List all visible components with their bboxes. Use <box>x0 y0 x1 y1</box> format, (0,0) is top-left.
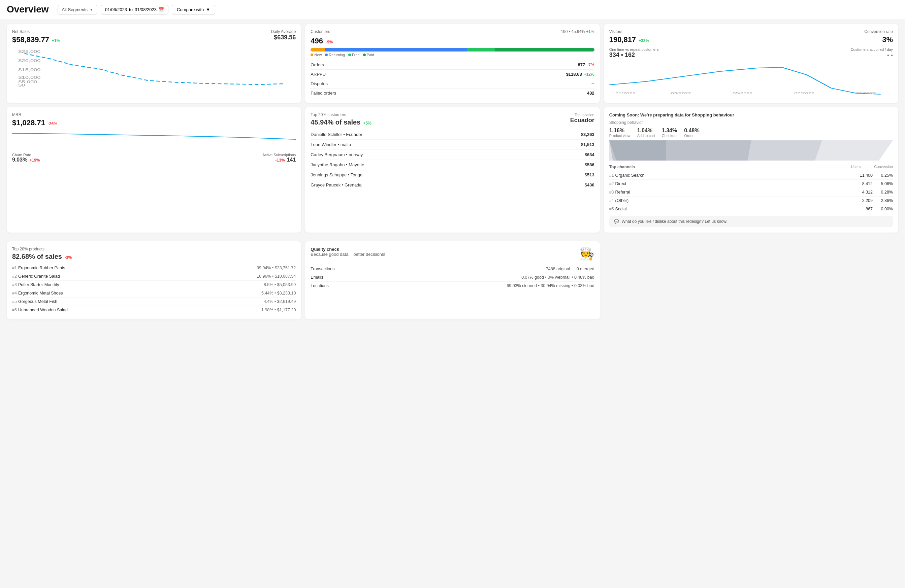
churn-value: 9.03% <box>12 157 27 163</box>
top-products-badge: -3% <box>65 255 72 260</box>
channel-item: #1Organic Search 11,400 0.25% <box>609 171 893 180</box>
top-customers-badge: +5% <box>363 121 371 125</box>
customer-item: Jacynthe Rogahn • Mayotte $586 <box>311 160 594 170</box>
quality-check-card: Quality check Because good data = better… <box>305 241 600 319</box>
segments-dropdown[interactable]: All Segments ▼ <box>57 5 98 14</box>
customers-acquired-value: - - <box>851 51 893 59</box>
arppu-badge: +12% <box>584 72 594 77</box>
svg-text:05/2022: 05/2022 <box>732 92 753 95</box>
locations-value: 69.03% cleaned • 30.94% missing • 0.03% … <box>506 284 594 288</box>
date-range-picker[interactable]: 01/06/2023 to 31/08/2023 📅 <box>101 5 168 14</box>
orders-value: 877 <box>578 62 585 67</box>
active-subs-label: Active Subscriptions <box>262 153 296 157</box>
svg-text:07/2022: 07/2022 <box>794 92 814 95</box>
page-title: Overview <box>7 4 49 15</box>
top-products-label: Top 20% products <box>12 247 296 251</box>
disputes-value: -- <box>591 81 594 86</box>
calendar-icon: 📅 <box>159 7 164 12</box>
mrr-card: MRR $1,028.71 -26% Churn Rate 9.03% +19% <box>7 107 301 233</box>
chevron-down-icon: ▼ <box>206 7 210 12</box>
product-view-pct: 1.16% <box>609 128 630 134</box>
svg-marker-18 <box>609 140 666 160</box>
orders-label: Orders <box>311 62 324 67</box>
top-location-label: Top location <box>570 113 594 117</box>
add-to-cart-pct: 1.04% <box>637 128 655 134</box>
product-item: #2Generic Granite Salad 16.96% • $10,087… <box>12 272 296 281</box>
customers-label: Customers <box>311 29 330 34</box>
order-label: Order <box>684 134 699 138</box>
mrr-badge: -26% <box>48 122 57 126</box>
failed-orders-label: Failed orders <box>311 90 336 95</box>
transactions-label: Transactions <box>311 266 335 271</box>
page-header: Overview All Segments ▼ 01/06/2023 to 31… <box>0 0 905 19</box>
mrr-chart <box>12 130 296 150</box>
funnel-chart <box>609 140 893 160</box>
product-item: #3Putler Starter-Monthly 8.5% • $5,053.9… <box>12 281 296 289</box>
daily-avg-label: Daily Average <box>271 29 296 34</box>
active-subs-value: 141 <box>287 157 296 163</box>
chevron-down-icon: ▼ <box>90 8 93 11</box>
visitors-chart: 01/2022 03/2022 05/2022 07/2022 09/2022 <box>609 61 893 95</box>
churn-label: Churn Rate <box>12 153 40 157</box>
chat-icon: 💬 <box>614 219 619 224</box>
visitors-value: 190,817 <box>609 35 636 44</box>
top-customers-value: 45.94% of sales <box>311 119 360 126</box>
mrr-label: MRR <box>12 113 57 117</box>
failed-orders-value: 432 <box>587 90 594 95</box>
checkout-label: Checkout <box>662 134 677 138</box>
compare-button[interactable]: Compare with ▼ <box>172 5 215 14</box>
customer-item: Danielle Schiller • Ecuador $3,263 <box>311 130 594 139</box>
svg-text:$25,000: $25,000 <box>18 50 40 54</box>
svg-text:01/2022: 01/2022 <box>615 92 635 95</box>
emails-label: Emails <box>311 275 323 280</box>
daily-avg-value: $639.56 <box>271 34 296 41</box>
product-item: #4Ergonomic Metal Shoes 5.44% • $3,233.1… <box>12 289 296 298</box>
top-location-value: Ecuador <box>570 117 594 124</box>
coming-soon-title: Coming Soon: We're preparing data for Sh… <box>609 113 893 117</box>
channels-label: Top channels <box>609 165 635 169</box>
quality-label: Quality check <box>311 247 385 252</box>
checkout-pct: 1.34% <box>662 128 677 134</box>
channels-header: Top channels Users Conversion <box>609 165 893 169</box>
conversion-label: Conversion rate <box>864 29 893 34</box>
customers-badge: -9% <box>326 40 333 44</box>
arppu-label: ARPPU <box>311 72 326 77</box>
channel-item: #5Social 867 0.00% <box>609 205 893 213</box>
product-view-label: Product view <box>609 134 630 138</box>
customers-top-badge: +1% <box>586 29 594 34</box>
churn-badge: +19% <box>29 158 40 163</box>
orders-badge: -7% <box>587 63 594 67</box>
product-item: #5Gorgeous Metal Fish 4.4% • $2,619.49 <box>12 298 296 306</box>
customers-card: Customers 190 • 45.94% +1% 496 -9% New R… <box>305 24 600 103</box>
mrr-value: $1,028.71 <box>12 119 45 127</box>
transactions-value: 7488 original → 0 merged <box>546 266 594 271</box>
channel-item: #3Referral 4,312 0.28% <box>609 188 893 197</box>
add-to-cart-label: Add to cart <box>637 134 655 138</box>
feedback-text: What do you like / dislike about this re… <box>622 219 727 224</box>
disputes-label: Disputes <box>311 81 328 86</box>
channel-item: #4(Other) 2,209 2.86% <box>609 197 893 205</box>
customer-item: Grayce Paucek • Grenada $430 <box>311 180 594 190</box>
customer-item: Leon Windler • malta $1,513 <box>311 139 594 150</box>
net-sales-badge: +1% <box>52 38 60 43</box>
net-sales-card: Net Sales $58,839.77 +1% Daily Average $… <box>7 24 301 103</box>
top-customers-card: Top 20% customers 45.94% of sales +5% To… <box>305 107 600 233</box>
visitors-badge: +32% <box>638 38 649 43</box>
active-subs-badge: -13% <box>276 158 285 163</box>
visitors-label: Visitors <box>609 29 649 34</box>
customers-value: 496 <box>311 37 323 46</box>
arppu-value: $118.63 <box>566 72 582 77</box>
svg-text:$20,000: $20,000 <box>18 59 40 63</box>
quality-emails: Emails 0.07% good • 0% webmail • 0.48% b… <box>311 273 594 282</box>
customers-acquired-label: Customers acquired / day <box>851 48 893 51</box>
top-products-value: 82.68% of sales <box>12 253 62 260</box>
feedback-bar[interactable]: 💬 What do you like / dislike about this … <box>609 216 893 227</box>
conversion-value: 3% <box>864 35 893 44</box>
one-time-label: One time vs repeat customers <box>609 48 659 51</box>
top-customers-label: Top 20% customers <box>311 113 371 117</box>
net-sales-value: $58,839.77 <box>12 35 49 44</box>
visitors-card: Visitors 190,817 +32% Conversion rate 3%… <box>604 24 898 103</box>
customer-item: Carley Bergnaum • norway $634 <box>311 150 594 160</box>
emails-value: 0.07% good • 0% webmail • 0.48% bad <box>521 275 594 280</box>
product-item: #1Ergonomic Rubber Pants 39.94% • $23,75… <box>12 264 296 272</box>
